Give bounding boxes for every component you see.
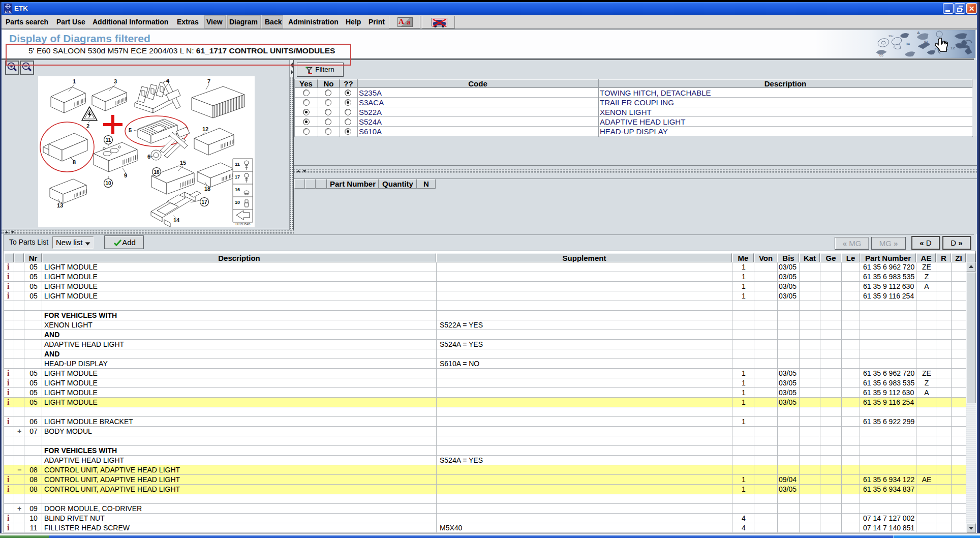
svg-text:65: 65 <box>879 53 883 57</box>
svg-text:6: 6 <box>147 154 150 160</box>
svg-text:4: 4 <box>166 78 170 84</box>
svg-text:12: 12 <box>951 46 955 50</box>
svg-text:34: 34 <box>906 42 910 46</box>
svg-text:39c: 39c <box>889 35 894 38</box>
svg-text:17: 17 <box>235 174 240 180</box>
svg-text:18: 18 <box>204 186 210 192</box>
svg-text:12: 12 <box>202 126 208 132</box>
svg-text:00153545: 00153545 <box>236 222 251 226</box>
svg-text:17: 17 <box>201 199 207 205</box>
svg-text:8: 8 <box>73 159 76 165</box>
svg-text:14: 14 <box>173 217 180 223</box>
svg-text:11: 11 <box>235 162 240 167</box>
svg-text:10: 10 <box>235 200 240 205</box>
svg-text:16: 16 <box>235 187 240 192</box>
svg-text:15: 15 <box>180 160 186 166</box>
svg-text:5: 5 <box>129 127 132 133</box>
svg-text:10: 10 <box>105 181 111 186</box>
svg-text:61: 61 <box>924 40 928 44</box>
svg-text:3: 3 <box>114 78 117 84</box>
svg-text:1: 1 <box>73 78 76 84</box>
svg-text:13: 13 <box>57 202 63 208</box>
svg-text:11: 11 <box>106 137 111 143</box>
svg-text:7: 7 <box>207 78 210 84</box>
svg-text:2: 2 <box>86 123 89 129</box>
svg-text:16: 16 <box>154 169 160 175</box>
svg-text:9: 9 <box>124 172 127 178</box>
svg-text:A: A <box>917 31 920 35</box>
